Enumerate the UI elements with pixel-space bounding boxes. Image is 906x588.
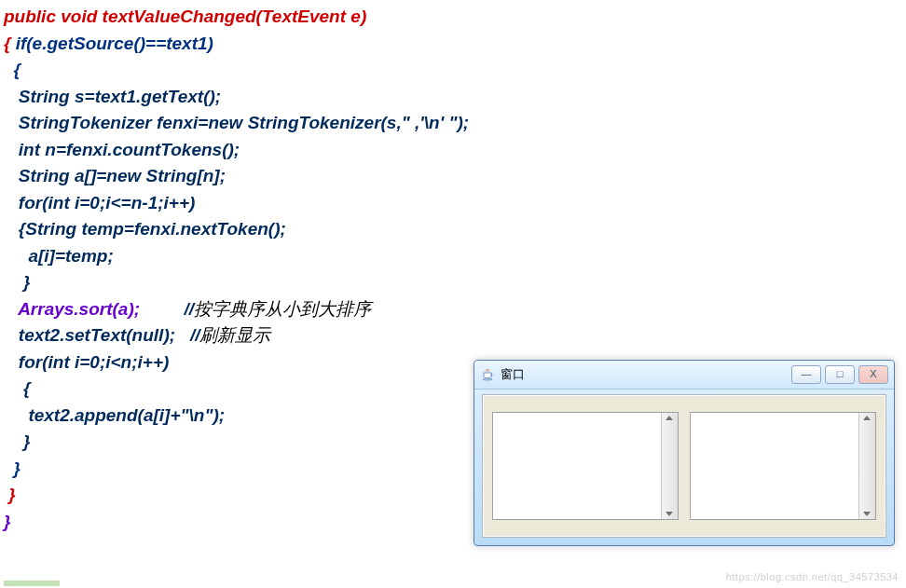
code-line: { [4,60,21,79]
textarea-1[interactable] [493,413,661,519]
code-line: String a[]=new String[n]; [4,166,226,185]
minimize-button[interactable]: — [791,365,821,384]
code-line: } [4,512,10,531]
code-line: // [140,299,194,319]
code-line: } [4,485,16,504]
textarea-2-wrap [690,412,876,520]
code-line: String s=text1.getText(); [4,87,221,106]
code-comment: 按字典序从小到大排序 [194,299,371,319]
decoration-bar [4,581,60,586]
code-line: Arrays.sort(a); [4,299,140,319]
textarea-1-wrap [492,412,679,520]
window-body [482,394,886,538]
window-title: 窗口 [501,366,788,383]
code-line: // [175,325,199,345]
java-window: 窗口 — □ X [474,360,895,546]
code-line: text2.append(a[i]+"\n"); [4,405,225,425]
code-line: public void textValueChanged(TextEvent e… [4,7,366,26]
code-line: text2.setText(null); [4,325,175,345]
maximize-button[interactable]: □ [825,365,855,384]
java-cup-icon [480,367,495,382]
code-line: { [4,34,16,53]
svg-point-0 [483,378,492,380]
code-line: for(int i=0;i<=n-1;i++) [4,193,195,212]
textarea-2[interactable] [691,413,858,519]
code-line: { [4,378,31,398]
code-comment: 刷新显示 [199,325,270,345]
code-line: } [4,272,31,292]
code-line: {String temp=fenxi.nextToken(); [4,219,286,239]
scrollbar-1[interactable] [661,413,678,519]
code-line: StringTokenizer fenxi=new StringTokenize… [4,113,469,132]
window-titlebar[interactable]: 窗口 — □ X [474,361,894,390]
code-line: if(e.getSource()==text1) [16,34,213,53]
code-line: for(int i=0;i<n;i++) [4,352,169,372]
code-line: int n=fenxi.countTokens(); [4,140,240,159]
code-line: a[i]=temp; [4,246,114,266]
code-line: } [4,458,21,478]
scrollbar-2[interactable] [858,413,875,519]
close-button[interactable]: X [858,365,888,384]
code-line: } [4,431,31,451]
watermark: https://blog.csdn.net/qq_34573534 [726,571,899,582]
